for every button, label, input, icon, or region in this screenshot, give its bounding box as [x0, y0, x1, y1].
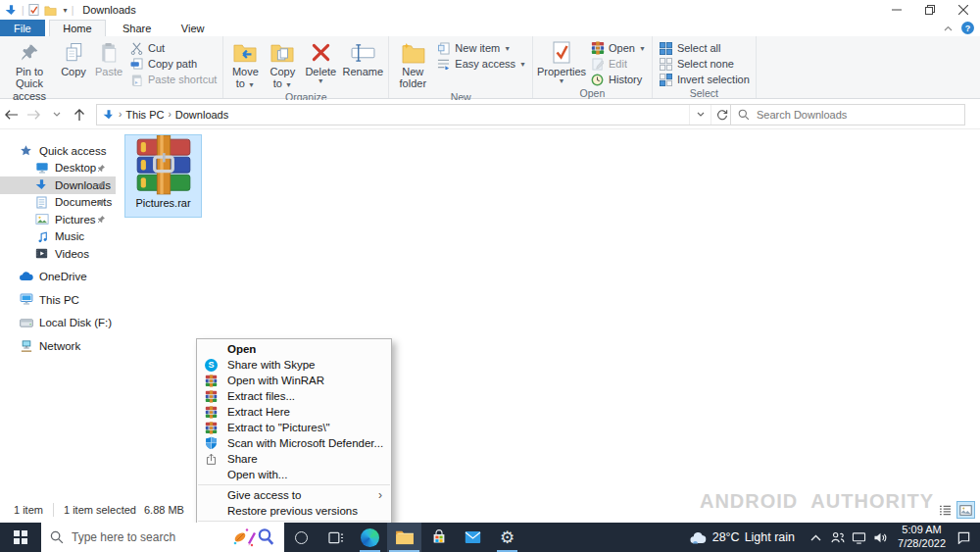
cortana-button[interactable] [284, 523, 318, 552]
ribbon-tab-row: File Home Share View ? [0, 20, 980, 36]
network-icon[interactable] [848, 523, 869, 552]
rename-button[interactable]: Rename [340, 38, 385, 78]
volume-icon[interactable] [869, 523, 891, 552]
clock[interactable]: 5:09 AM 7/28/2022 [891, 524, 953, 551]
breadcrumb-this-pc[interactable]: This PC [125, 109, 164, 121]
help-button[interactable]: ? [961, 22, 974, 34]
search-input[interactable] [757, 109, 957, 121]
restore-button[interactable] [913, 0, 947, 20]
edit-button[interactable]: Edit [587, 56, 649, 72]
ribbon-group-new: New folder New item ▼ Easy access ▼ New [389, 36, 533, 98]
up-button[interactable] [68, 103, 90, 126]
file-explorer-button[interactable] [387, 523, 421, 552]
menu-item-give-access-to[interactable]: Give access to› [197, 487, 391, 503]
forward-button[interactable] [23, 103, 45, 126]
edge-button[interactable] [353, 523, 387, 552]
menu-item-extract-files[interactable]: Extract files... [197, 388, 391, 404]
menu-item-restore-previous-versions[interactable]: Restore previous versions [197, 503, 391, 519]
menu-item-open-with[interactable]: Open with... [197, 467, 391, 482]
task-view-button[interactable] [318, 523, 353, 552]
chevron-down-icon: ▼ [559, 77, 565, 84]
collapse-ribbon-icon[interactable] [944, 25, 953, 31]
android-authority-watermark: ANDROID AUTHORITY [697, 488, 937, 514]
sidebar-label: Desktop [55, 162, 96, 174]
address-dropdown-chevron-icon[interactable] [689, 105, 710, 125]
sidebar-label: Videos [55, 248, 89, 260]
qat-new-folder-icon[interactable] [44, 5, 57, 16]
copy-to-button[interactable]: Copy to ▼ [264, 38, 301, 91]
new-folder-button[interactable]: New folder [392, 38, 433, 91]
invert-selection-button[interactable]: Invert selection [656, 72, 753, 87]
address-box[interactable]: › This PC › Downloads [96, 104, 733, 125]
paste-button[interactable]: Paste [91, 38, 126, 78]
qat-customize-chevron-icon[interactable]: ▾ [64, 6, 68, 15]
sidebar-item-pictures[interactable]: Pictures [0, 211, 116, 228]
sidebar-item-onedrive[interactable]: OneDrive [0, 269, 116, 286]
copy-path-button[interactable]: Copy path [126, 56, 220, 72]
menu-item-extract-to-pictures[interactable]: Extract to "Pictures\" [197, 420, 391, 435]
menu-item-share-with-skype[interactable]: SShare with Skype [197, 357, 391, 373]
minimize-button[interactable] [880, 0, 913, 20]
details-view-button[interactable] [936, 501, 955, 519]
start-button[interactable] [0, 523, 41, 552]
recent-locations-chevron-icon[interactable] [45, 103, 68, 126]
file-pictures-rar[interactable]: Pictures.rar [124, 134, 202, 218]
select-all-button[interactable]: Select all [656, 40, 753, 56]
search-highlights-doodle-icon[interactable] [232, 527, 275, 548]
microsoft-store-button[interactable] [421, 523, 456, 552]
select-none-button[interactable]: Select none [656, 56, 753, 72]
refresh-button[interactable] [710, 105, 732, 125]
menu-separator [198, 484, 390, 485]
paste-icon [100, 39, 118, 66]
sidebar-item-documents[interactable]: Documents [0, 194, 116, 212]
sidebar-item-music[interactable]: Music [0, 228, 116, 246]
qat-properties-icon[interactable] [28, 4, 39, 16]
sidebar-item-network[interactable]: Network [0, 337, 116, 355]
sidebar-item-local-disk-f[interactable]: Local Disk (F:) [0, 315, 116, 332]
properties-button[interactable]: Properties ▼ [536, 38, 587, 85]
history-button[interactable]: History [587, 72, 649, 87]
copy-path-icon [129, 58, 144, 70]
menu-item-open-with-winrar[interactable]: Open with WinRAR [197, 373, 391, 388]
tab-share[interactable]: Share [110, 20, 164, 36]
easy-access-button[interactable]: Easy access ▼ [433, 56, 529, 72]
taskbar-search-input[interactable] [72, 530, 224, 544]
menu-item-scan-with-defender[interactable]: Scan with Microsoft Defender... [197, 435, 391, 451]
menu-item-extract-here[interactable]: Extract Here [197, 404, 391, 420]
back-button[interactable] [0, 103, 23, 126]
sidebar-item-quick-access[interactable]: Quick access [0, 142, 116, 160]
meet-now-icon[interactable] [826, 523, 848, 552]
breadcrumb-downloads[interactable]: Downloads [175, 109, 228, 121]
pin-to-quick-access-button[interactable]: Pin to Quick access [3, 38, 56, 103]
new-folder-icon [401, 39, 425, 66]
ribbon-group-organize: Move to ▼ Copy to ▼ Delete ▼ Rename Orga… [223, 36, 389, 98]
open-button[interactable]: Open ▼ [587, 40, 649, 56]
close-button[interactable] [947, 0, 980, 20]
menu-item-open[interactable]: Open [197, 341, 391, 357]
menu-item-share[interactable]: Share [197, 451, 391, 467]
sidebar-item-desktop[interactable]: Desktop [0, 160, 116, 177]
taskbar-search-box[interactable] [41, 523, 284, 552]
paste-shortcut-button[interactable]: Paste shortcut [126, 72, 220, 87]
copy-button[interactable]: Copy [56, 38, 91, 78]
open-group-label: Open [533, 87, 652, 101]
settings-button[interactable]: ⚙ [490, 523, 524, 552]
cut-button[interactable]: Cut [126, 40, 220, 56]
weather-widget[interactable]: 28°C Light rain [689, 530, 805, 544]
tab-home[interactable]: Home [49, 20, 105, 36]
new-item-button[interactable]: New item ▼ [433, 40, 529, 56]
explorer-search-box[interactable] [730, 104, 965, 125]
sidebar-item-videos[interactable]: Videos [0, 245, 116, 263]
tray-expand-chevron-icon[interactable] [805, 523, 826, 552]
tab-view[interactable]: View [169, 20, 218, 36]
delete-button[interactable]: Delete ▼ [301, 38, 340, 85]
move-to-button[interactable]: Move to ▼ [226, 38, 264, 91]
large-icons-view-button[interactable] [956, 501, 975, 519]
mail-button[interactable] [456, 523, 490, 552]
move-to-icon [233, 39, 257, 66]
action-center-icon[interactable] [953, 523, 974, 552]
tab-file[interactable]: File [0, 20, 45, 36]
select-none-icon [659, 58, 673, 71]
sidebar-item-downloads[interactable]: Downloads [0, 176, 116, 194]
sidebar-item-this-pc[interactable]: This PC [0, 291, 116, 309]
